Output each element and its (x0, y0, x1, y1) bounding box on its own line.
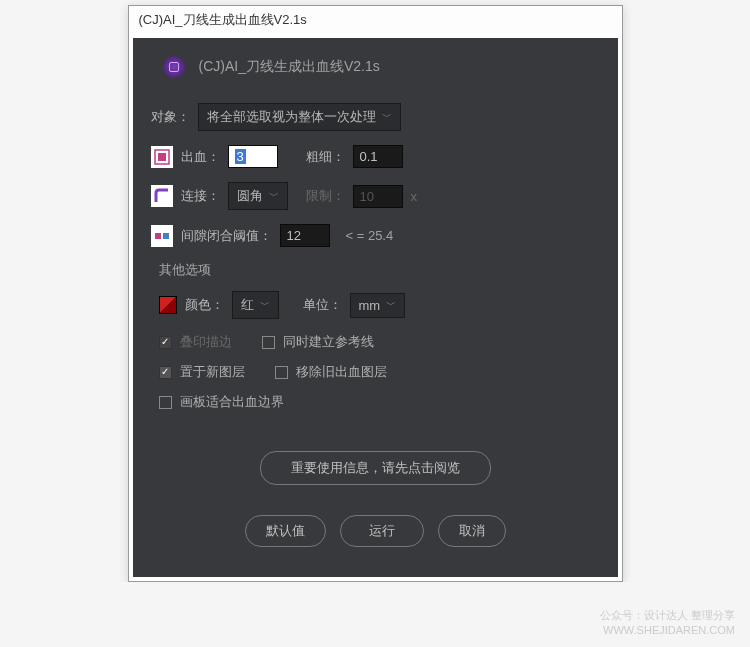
limit-input: 10 (353, 185, 403, 208)
remove-label: 移除旧出血图层 (296, 363, 387, 381)
join-label: 连接： (181, 187, 220, 205)
unit-label: 单位： (303, 296, 342, 314)
svg-rect-3 (163, 233, 169, 239)
gap-icon (151, 225, 173, 247)
overprint-label: 叠印描边 (180, 333, 232, 351)
join-icon (151, 185, 173, 207)
target-value: 将全部选取视为整体一次处理 (207, 108, 376, 126)
remove-row: 移除旧出血图层 (275, 363, 387, 381)
artboard-row: 画板适合出血边界 (159, 393, 600, 411)
overprint-checkbox (159, 336, 172, 349)
run-button[interactable]: 运行 (340, 515, 424, 547)
newlayer-row: 置于新图层 (159, 363, 245, 381)
color-select[interactable]: 红 ﹀ (232, 291, 279, 319)
window-title: (CJ)AI_刀线生成出血线V2.1s (139, 11, 307, 29)
unit-value: mm (359, 298, 381, 313)
gap-row: 间隙闭合阈值： 12 < = 25.4 (151, 224, 600, 247)
artboard-label: 画板适合出血边界 (180, 393, 284, 411)
gap-input[interactable]: 12 (280, 224, 330, 247)
target-row: 对象： 将全部选取视为整体一次处理 ﹀ (151, 103, 600, 131)
other-options: 其他选项 颜色： 红 ﹀ 单位： mm ﹀ 叠印描边 (159, 261, 600, 411)
color-label: 颜色： (185, 296, 224, 314)
color-unit-row: 颜色： 红 ﹀ 单位： mm ﹀ (159, 291, 600, 319)
color-value: 红 (241, 296, 254, 314)
guide-label: 同时建立参考线 (283, 333, 374, 351)
info-button[interactable]: 重要使用信息，请先点击阅览 (260, 451, 491, 485)
thickness-input[interactable]: 0.1 (353, 145, 403, 168)
guide-checkbox[interactable] (262, 336, 275, 349)
chevron-down-icon: ﹀ (269, 189, 279, 203)
unit-select[interactable]: mm ﹀ (350, 293, 406, 318)
dialog-window: (CJ)AI_刀线生成出血线V2.1s (CJ)AI_刀线生成出血线V2.1s … (128, 5, 623, 582)
remove-checkbox[interactable] (275, 366, 288, 379)
join-select[interactable]: 圆角 ﹀ (228, 182, 288, 210)
svg-rect-1 (158, 153, 166, 161)
guide-row: 同时建立参考线 (262, 333, 374, 351)
gap-label: 间隙闭合阈值： (181, 227, 272, 245)
bleed-row: 出血： 3 粗细： 0.1 (151, 145, 600, 168)
action-buttons: 默认值 运行 取消 (151, 515, 600, 547)
panel-title: (CJ)AI_刀线生成出血线V2.1s (199, 58, 380, 76)
limit-label: 限制： (306, 187, 345, 205)
gap-hint: < = 25.4 (346, 228, 394, 243)
bleed-label: 出血： (181, 148, 220, 166)
chevron-down-icon: ﹀ (260, 298, 270, 312)
newlayer-checkbox[interactable] (159, 366, 172, 379)
join-row: 连接： 圆角 ﹀ 限制： 10 x (151, 182, 600, 210)
titlebar[interactable]: (CJ)AI_刀线生成出血线V2.1s (129, 6, 622, 34)
newlayer-label: 置于新图层 (180, 363, 245, 381)
cancel-button[interactable]: 取消 (438, 515, 506, 547)
limit-unit: x (411, 189, 418, 204)
artboard-checkbox[interactable] (159, 396, 172, 409)
bleed-input[interactable]: 3 (228, 145, 278, 168)
svg-rect-2 (155, 233, 161, 239)
chevron-down-icon: ﹀ (382, 110, 392, 124)
bleed-icon (151, 146, 173, 168)
default-button[interactable]: 默认值 (245, 515, 326, 547)
app-icon (163, 56, 185, 78)
target-select[interactable]: 将全部选取视为整体一次处理 ﹀ (198, 103, 401, 131)
other-title: 其他选项 (159, 261, 600, 279)
overprint-row: 叠印描边 (159, 333, 232, 351)
chevron-down-icon: ﹀ (386, 298, 396, 312)
target-label: 对象： (151, 108, 190, 126)
color-swatch[interactable] (159, 296, 177, 314)
panel-header: (CJ)AI_刀线生成出血线V2.1s (163, 56, 600, 78)
thickness-label: 粗细： (306, 148, 345, 166)
main-panel: (CJ)AI_刀线生成出血线V2.1s 对象： 将全部选取视为整体一次处理 ﹀ … (133, 38, 618, 577)
info-button-row: 重要使用信息，请先点击阅览 (151, 451, 600, 485)
join-value: 圆角 (237, 187, 263, 205)
